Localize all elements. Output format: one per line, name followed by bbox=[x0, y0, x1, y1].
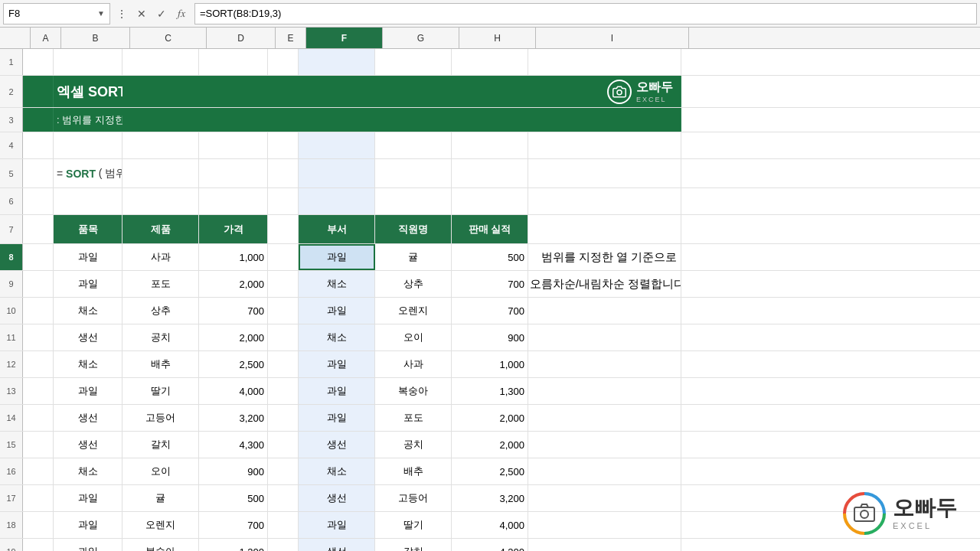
cell-formula-display[interactable]: = SORT ( 범위, [기준열], [정렬방향], [가로방향정렬] ) bbox=[54, 159, 122, 187]
cell-e7[interactable] bbox=[268, 215, 299, 243]
cell-b16[interactable]: 채소 bbox=[54, 458, 122, 484]
cell-g13[interactable]: 복숭아 bbox=[375, 378, 452, 404]
cell-h18[interactable]: 4,000 bbox=[452, 512, 528, 538]
cell-c19[interactable]: 복숭아 bbox=[122, 539, 199, 551]
cell-e19[interactable] bbox=[268, 539, 299, 551]
cell-d12[interactable]: 2,500 bbox=[199, 351, 268, 377]
cell-a11[interactable] bbox=[23, 324, 54, 350]
cell-a16[interactable] bbox=[23, 458, 54, 484]
col-header-a[interactable]: A bbox=[31, 28, 61, 48]
cell-a13[interactable] bbox=[23, 378, 54, 404]
cell-b4[interactable] bbox=[54, 132, 122, 158]
cell-a3[interactable] bbox=[23, 108, 54, 132]
cell-f9[interactable]: 채소 bbox=[299, 271, 375, 297]
cell-c18[interactable]: 오렌지 bbox=[122, 512, 199, 538]
cell-i1[interactable] bbox=[528, 49, 681, 75]
cell-b9[interactable]: 과일 bbox=[54, 271, 122, 297]
cell-a1[interactable] bbox=[23, 49, 54, 75]
cell-b1[interactable] bbox=[54, 49, 122, 75]
cell-e14[interactable] bbox=[268, 405, 299, 431]
cell-b18[interactable]: 과일 bbox=[54, 512, 122, 538]
cell-a4[interactable] bbox=[23, 132, 54, 158]
cell-c3[interactable] bbox=[122, 108, 199, 132]
cell-b12[interactable]: 채소 bbox=[54, 351, 122, 377]
cell-a7[interactable] bbox=[23, 215, 54, 243]
cell-c8-prod[interactable]: 사과 bbox=[122, 244, 199, 270]
cell-f3[interactable] bbox=[299, 108, 375, 132]
cell-g9[interactable]: 상추 bbox=[375, 271, 452, 297]
cell-g5[interactable] bbox=[375, 159, 452, 187]
right-table-header-dept[interactable]: 부서 bbox=[299, 215, 375, 243]
cell-c12[interactable]: 배추 bbox=[122, 351, 199, 377]
cell-f17[interactable]: 생선 bbox=[299, 485, 375, 511]
cell-d17[interactable]: 500 bbox=[199, 485, 268, 511]
cell-f2[interactable] bbox=[299, 76, 375, 107]
cell-c14[interactable]: 고등어 bbox=[122, 405, 199, 431]
cell-b8-cat[interactable]: 과일 bbox=[54, 244, 122, 270]
cell-c1[interactable] bbox=[122, 49, 199, 75]
cell-g15[interactable]: 공치 bbox=[375, 432, 452, 458]
cell-a18[interactable] bbox=[23, 512, 54, 538]
cell-e8[interactable] bbox=[268, 244, 299, 270]
cell-g3[interactable] bbox=[375, 108, 452, 132]
cell-e4[interactable] bbox=[268, 132, 299, 158]
cell-h17[interactable]: 3,200 bbox=[452, 485, 528, 511]
cell-h5[interactable] bbox=[452, 159, 528, 187]
cell-e2[interactable] bbox=[268, 76, 299, 107]
cell-a5[interactable] bbox=[23, 159, 54, 187]
cell-c17[interactable]: 귤 bbox=[122, 485, 199, 511]
cell-f19[interactable]: 생선 bbox=[299, 539, 375, 551]
cell-i17[interactable] bbox=[528, 485, 681, 511]
right-table-header-sales[interactable]: 판매 실적 bbox=[452, 215, 528, 243]
cell-i5[interactable] bbox=[528, 159, 681, 187]
cell-c10[interactable]: 상추 bbox=[122, 298, 199, 324]
cell-b10[interactable]: 채소 bbox=[54, 298, 122, 324]
cancel-icon[interactable]: ✕ bbox=[133, 5, 150, 22]
cell-e18[interactable] bbox=[268, 512, 299, 538]
cell-h16[interactable]: 2,500 bbox=[452, 458, 528, 484]
cell-c4[interactable] bbox=[122, 132, 199, 158]
cell-e5[interactable] bbox=[268, 159, 299, 187]
col-header-f[interactable]: F bbox=[306, 28, 383, 48]
cell-f11[interactable]: 채소 bbox=[299, 324, 375, 350]
cell-d6[interactable] bbox=[199, 188, 268, 214]
cell-b6[interactable] bbox=[54, 188, 122, 214]
function-icon[interactable]: 𝑓𝑥 bbox=[173, 5, 190, 22]
cell-b19[interactable]: 과일 bbox=[54, 539, 122, 551]
cell-d16[interactable]: 900 bbox=[199, 458, 268, 484]
cell-f13[interactable]: 과일 bbox=[299, 378, 375, 404]
cell-reference-box[interactable]: F8 ▼ bbox=[3, 3, 110, 24]
cell-g4[interactable] bbox=[375, 132, 452, 158]
cell-c11[interactable]: 공치 bbox=[122, 324, 199, 350]
cell-i7[interactable] bbox=[528, 215, 681, 243]
left-table-header-price[interactable]: 가격 bbox=[199, 215, 268, 243]
cell-h19[interactable]: 4,300 bbox=[452, 539, 528, 551]
cell-h10[interactable]: 700 bbox=[452, 298, 528, 324]
cell-c5[interactable] bbox=[122, 159, 199, 187]
cell-g11[interactable]: 오이 bbox=[375, 324, 452, 350]
left-table-header-category[interactable]: 품목 bbox=[54, 215, 122, 243]
cell-b11[interactable]: 생선 bbox=[54, 324, 122, 350]
cell-d18[interactable]: 700 bbox=[199, 512, 268, 538]
cell-f18[interactable]: 과일 bbox=[299, 512, 375, 538]
cell-a8[interactable] bbox=[23, 244, 54, 270]
cell-h2[interactable] bbox=[452, 76, 528, 107]
cell-d19[interactable]: 1,300 bbox=[199, 539, 268, 551]
cell-g16[interactable]: 배추 bbox=[375, 458, 452, 484]
cell-a17[interactable] bbox=[23, 485, 54, 511]
cell-d9[interactable]: 2,000 bbox=[199, 271, 268, 297]
cell-g10[interactable]: 오렌지 bbox=[375, 298, 452, 324]
cell-b3-subtitle[interactable]: : 범위를 지정한 열 기준으로 오름차순 또는 내림차순으로 정렬합니다. bbox=[54, 108, 122, 132]
cell-b2-title[interactable]: 엑셀 SORT 함수 bbox=[54, 76, 122, 107]
cell-f1[interactable] bbox=[299, 49, 375, 75]
cell-b17[interactable]: 과일 bbox=[54, 485, 122, 511]
cell-h15[interactable]: 2,000 bbox=[452, 432, 528, 458]
cell-h1[interactable] bbox=[452, 49, 528, 75]
cell-h6[interactable] bbox=[452, 188, 528, 214]
cell-h9[interactable]: 700 bbox=[452, 271, 528, 297]
right-table-header-employee[interactable]: 직원명 bbox=[375, 215, 452, 243]
cell-e1[interactable] bbox=[268, 49, 299, 75]
cell-e3[interactable] bbox=[268, 108, 299, 132]
cell-d5[interactable] bbox=[199, 159, 268, 187]
confirm-icon[interactable]: ✓ bbox=[153, 5, 170, 22]
